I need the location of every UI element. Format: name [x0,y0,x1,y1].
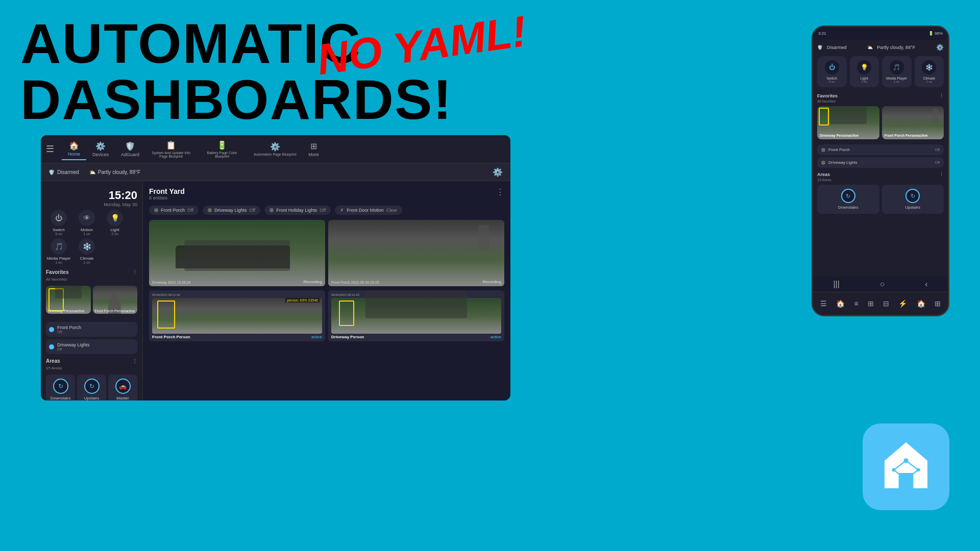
phone-settings-icon[interactable]: ⚙️ [936,44,944,51]
home-icon: 🏠 [69,141,79,151]
light-driveway-info: Driveway Lights Off [57,342,134,351]
area-downstairs[interactable]: ↻ Downstairs 74.3° - 55% Cooling (73°F) [46,374,75,400]
nav-adguard-label: AdGuard [121,152,139,157]
chip-dot-3 [270,208,274,212]
frontporch-cam-label: Front Porch Personactive [95,309,135,313]
camera-frontporch[interactable]: Front Porch 2022-05-30 20:25 Recording [328,220,504,286]
nav-system[interactable]: 📋 System And Update Info Page Blueprint [145,138,197,161]
phone-device-switch[interactable]: ⏻ Switch 5 on [817,56,847,87]
nav-adguard[interactable]: 🛡️ AdGuard [115,139,145,160]
media-icon: 🎵 [51,238,67,255]
device-media[interactable]: 🎵 Media Player 1 on [46,238,71,264]
phone-recent-btn[interactable]: ||| [833,280,839,289]
phone-cam-frontporch[interactable]: Front Porch Personactive [882,106,944,139]
device-switch[interactable]: ⏻ Switch 5 on [46,210,71,236]
event-driveway-person[interactable]: 05/30/2022 09:11:42 Driveway Person acti… [328,290,504,341]
chip-holiday-lights[interactable]: Front Holiday Lights Off [264,206,331,215]
porch-person [479,225,489,251]
nav-more[interactable]: ⊞ More [302,139,325,160]
phone-nav-menu[interactable]: ☰ [820,299,827,308]
phone-status-bar: 3:21 🔋 96% [813,27,948,40]
main-title-section: AUTOMATICDASHBOARDS! [20,15,327,128]
phone-light-frontporch[interactable]: Front Porch Off [817,144,944,155]
phone-area-upstairs[interactable]: ↻ Upstairs [882,185,944,214]
nav-bar: ☰ 🏠 Home ⚙️ Devices 🛡️ AdGuard 📋 System … [41,135,510,163]
event-driveway-status: active [491,335,501,339]
chip-dot [154,208,158,212]
light-dot-2 [49,344,54,349]
hamburger-icon[interactable]: ☰ [46,143,54,155]
driveway-detection-box [339,300,354,326]
phone-nav-list[interactable]: ≡ [854,299,859,308]
driveway-feed-image [149,220,325,286]
media-count: 1 on [55,261,62,264]
master-name: Master Bedroom [112,396,133,400]
devices-row: ⏻ Switch 5 on 👁 Motion 1 on 💡 Light 2 on… [46,210,137,264]
areas-menu-icon[interactable]: ⋮ [132,358,137,364]
phone-device-climate[interactable]: ❄️ Climate 2 on [915,56,944,87]
phone-cam-driveway-label: Driveway Personactive [820,134,859,137]
battery-icon: 🔋 [217,140,227,150]
shield-icon: 🛡️ [48,169,55,175]
phone-home-btn[interactable]: ○ [880,280,885,289]
phone-nav-home[interactable]: 🏠 [836,299,845,308]
phone-fav-menu[interactable]: ⋮ [939,93,944,98]
frontporch-recording: Recording [483,280,501,284]
light-frontporch[interactable]: Front Porch Off [46,322,137,337]
device-light[interactable]: 💡 Light 2 on [102,210,128,236]
page-header: Front Yard 8 entities ⋮ [149,187,504,201]
nav-home[interactable]: 🏠 Home [62,138,86,160]
phone-device-light[interactable]: 💡 Light 2 on [850,56,879,87]
phone-back-btn[interactable]: ‹ [925,280,927,289]
area-upstairs[interactable]: ↻ Upstairs 75.6° - 52% Cooling (75°F) [77,374,106,400]
event-frontporch-timestamp: 05/30/2022 09:11:52 [152,293,322,296]
phone-area-downstairs[interactable]: ↻ Downstairs [817,185,879,214]
phone-shield-icon: 🛡️ [817,45,823,50]
favorites-grid: Driveway Personactive Front Porch Person… [46,286,137,318]
chip-motion-status: Clear [386,208,398,213]
chip-motion-label: Front Door Motion [347,208,384,213]
camera-driveway[interactable]: Driveway 2022 15:26:24 Recording [149,220,325,286]
favorites-menu-icon[interactable]: ⋮ [132,269,137,275]
phone-devices-grid: ⏻ Switch 5 on 💡 Light 2 on 🎵 Media Playe… [817,56,944,87]
favorite-frontporch-cam[interactable]: Front Porch Personactive [93,286,138,314]
motion-count: 1 on [83,232,90,236]
chip-frontporch[interactable]: Front Porch Off [149,206,199,215]
device-climate[interactable]: ❄️ Climate 2 on [74,238,100,264]
phone-nav-sliders[interactable]: ⊟ [883,299,889,308]
phone-nav-dashboard[interactable]: 🏠 [917,299,925,308]
events-grid: 05/30/2022 09:11:52 person: 83% 23548 Fr… [149,290,504,341]
phone-favorites-title: Favorites ⋮ [817,93,944,98]
nav-automation[interactable]: ⚙️ Automation Page Blueprint [248,139,302,159]
area-master[interactable]: 🚗 Master Bedroom [108,374,137,400]
light-dot [49,327,54,332]
event-frontporch-person[interactable]: 05/30/2022 09:11:52 person: 83% 23548 Fr… [149,290,325,341]
automation-icon: ⚙️ [270,142,280,152]
phone-cam-driveway[interactable]: Driveway Personactive [817,106,879,139]
phone-nav-grid[interactable]: ⊞ [868,299,874,308]
chip-door-motion[interactable]: ✗ Front Door Motion Clear [335,206,402,215]
page-menu-icon[interactable]: ⋮ [496,187,504,197]
phone-frontporch-name: Front Porch [828,147,932,152]
nav-battery[interactable]: 🔋 Battery Page Color Blueprint [197,138,248,161]
driveway-cam-label: Driveway Personactive [48,309,84,313]
phone-weather-icon: ⛅ [867,45,873,50]
settings-button[interactable]: ⚙️ [493,167,503,177]
nav-system-label: System And Update Info Page Blueprint [152,151,190,158]
time-text: 15:20 [46,189,137,202]
phone-light-driveway[interactable]: Driveway Lights Off [817,157,944,168]
phone-nav-energy[interactable]: ⚡ [898,299,907,308]
chip-driveway-lights[interactable]: Driveway Lights Off [203,206,260,215]
phone-weather: Partly cloudy, 88°F [877,45,915,50]
areas-label: Areas [46,358,60,364]
phone-media-icon: 🎵 [890,60,904,74]
device-motion[interactable]: 👁 Motion 1 on [74,210,100,236]
armed-status: 🛡️ Disarmed [48,169,79,175]
phone-areas-menu[interactable]: ⋮ [939,172,944,177]
climate-label: Climate [80,256,93,261]
light-driveway[interactable]: Driveway Lights Off [46,339,137,354]
phone-nav-apps[interactable]: ⊞ [935,299,941,308]
favorite-driveway-cam[interactable]: Driveway Personactive [46,286,91,314]
nav-devices[interactable]: ⚙️ Devices [86,139,115,160]
phone-device-media[interactable]: 🎵 Media Player 1 on [882,56,912,87]
